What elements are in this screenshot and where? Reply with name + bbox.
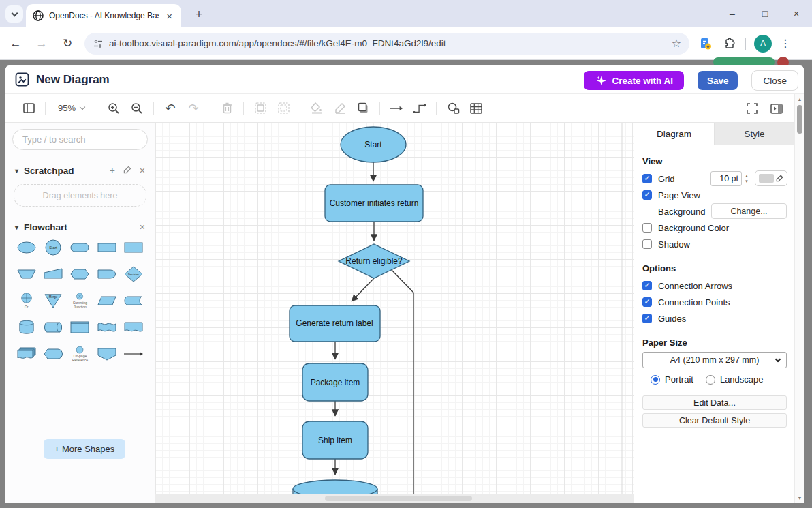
forward-button[interactable]: →: [31, 33, 52, 54]
maximize-button[interactable]: □: [755, 4, 775, 23]
site-info-icon[interactable]: [93, 38, 104, 49]
scroll-down-arrow[interactable]: ▼: [795, 493, 804, 503]
url-text[interactable]: ai-toolbox.visual-paradigm.com/app/opend…: [109, 38, 666, 48]
tab-search-button[interactable]: [5, 5, 23, 23]
line-color-icon[interactable]: [333, 102, 347, 115]
scratchpad-dropzone[interactable]: Drag elements here: [14, 184, 146, 207]
scratchpad-close-icon[interactable]: ×: [140, 165, 145, 176]
grid-color-button[interactable]: [755, 170, 787, 186]
docs-extension-icon[interactable]: [699, 37, 713, 50]
paper-size-select[interactable]: A4 (210 mm x 297 mm): [642, 352, 787, 368]
to-back-icon[interactable]: [277, 102, 290, 115]
palette-shape-summing-junction[interactable]: Summing Junction: [69, 293, 91, 309]
tab-style[interactable]: Style: [715, 123, 794, 145]
more-shapes-button[interactable]: + More Shapes: [44, 439, 125, 459]
browser-tab[interactable]: OpenDocs - AI Knowledge Base ×: [26, 4, 181, 27]
palette-shape-database[interactable]: [15, 319, 37, 335]
toggle-format-panel-icon[interactable]: [770, 102, 783, 115]
palette-shape-off-page-link[interactable]: [95, 346, 118, 362]
tab-close-icon[interactable]: ×: [164, 10, 174, 22]
toggle-sidebar-icon[interactable]: [22, 102, 35, 115]
shadow-icon[interactable]: [356, 102, 370, 115]
palette-shape-paper-tape[interactable]: [95, 319, 118, 335]
node-database[interactable]: [293, 480, 377, 494]
redo-icon[interactable]: ↷: [187, 102, 200, 115]
connection-arrow-icon[interactable]: [390, 102, 403, 115]
insert-table-icon[interactable]: [469, 102, 483, 115]
profile-avatar[interactable]: A: [754, 35, 772, 53]
window-vertical-scrollbar[interactable]: ▲ ▼: [794, 94, 804, 503]
palette-shape-multiple-documents[interactable]: [15, 346, 37, 362]
palette-shape-predefined-process[interactable]: [123, 239, 145, 256]
palette-shape-data[interactable]: [95, 293, 118, 309]
scrollbar-thumb[interactable]: [797, 105, 802, 134]
canvas-horizontal-scrollbar[interactable]: [155, 494, 634, 503]
palette-shape-decision[interactable]: Decision: [123, 266, 145, 282]
palette-shape-manual-operation[interactable]: [15, 266, 37, 282]
palette-shape-start-ellipse[interactable]: [15, 239, 37, 256]
minimize-button[interactable]: –: [722, 4, 743, 23]
palette-shape-document[interactable]: [123, 319, 145, 335]
palette-shape-or[interactable]: Or: [15, 293, 37, 309]
guides-checkbox[interactable]: [642, 314, 652, 323]
insert-shape-icon[interactable]: [446, 102, 460, 115]
landscape-radio[interactable]: Landscape: [706, 374, 764, 385]
edge-eligible-generate[interactable]: [352, 278, 374, 301]
page-view-checkbox[interactable]: [642, 190, 652, 200]
search-input[interactable]: [22, 134, 138, 145]
connection-points-checkbox[interactable]: [642, 297, 652, 307]
waypoint-connector-icon[interactable]: [413, 102, 426, 115]
diagram-canvas[interactable]: Start Customer initiates return Return e…: [155, 123, 634, 503]
back-button[interactable]: ←: [5, 33, 26, 54]
scratchpad-edit-icon[interactable]: [123, 165, 131, 176]
palette-shape-connector-arrow[interactable]: [123, 346, 145, 362]
fill-color-icon[interactable]: [310, 102, 324, 115]
scratchpad-header[interactable]: ▾ Scratchpad + ×: [15, 165, 145, 176]
reload-button[interactable]: ↻: [57, 33, 78, 54]
palette-shape-terminator[interactable]: [69, 239, 91, 256]
undo-icon[interactable]: ↶: [163, 102, 177, 115]
palette-shape-delay[interactable]: [95, 266, 118, 282]
extensions-puzzle-icon[interactable]: [722, 37, 736, 50]
palette-shape-preparation[interactable]: [69, 266, 91, 282]
palette-shape-merge[interactable]: Merge: [42, 293, 64, 309]
to-front-icon[interactable]: [253, 102, 267, 115]
browser-menu-icon[interactable]: ⋮: [780, 37, 791, 50]
connection-arrows-checkbox[interactable]: [642, 281, 652, 290]
palette-shape-direct-data[interactable]: [42, 319, 64, 335]
grid-size-input[interactable]: [710, 171, 742, 186]
palette-shape-internal-storage[interactable]: [69, 319, 91, 335]
shape-search[interactable]: [12, 129, 148, 150]
new-tab-button[interactable]: +: [191, 7, 207, 23]
flowchart-header[interactable]: ▾ Flowchart ×: [15, 222, 145, 233]
zoom-in-icon[interactable]: [107, 102, 121, 115]
create-with-ai-button[interactable]: Create with AI: [584, 71, 684, 90]
bookmark-star-icon[interactable]: ☆: [672, 37, 681, 50]
flowchart-close-icon[interactable]: ×: [140, 222, 145, 233]
save-button[interactable]: Save: [698, 71, 738, 90]
shadow-checkbox[interactable]: [642, 239, 652, 249]
palette-shape-manual-input[interactable]: [42, 266, 64, 282]
close-button[interactable]: Close: [751, 70, 798, 91]
portrait-radio[interactable]: Portrait: [651, 374, 693, 385]
edge-eligible-branch[interactable]: [391, 269, 413, 494]
palette-shape-start-circle[interactable]: Start: [42, 239, 64, 256]
change-background-button[interactable]: Change...: [711, 203, 787, 219]
fullscreen-icon[interactable]: [745, 102, 759, 115]
palette-shape-on-page-reference[interactable]: On-page Reference: [69, 346, 91, 362]
grid-checkbox[interactable]: [642, 174, 652, 183]
zoom-out-icon[interactable]: [130, 102, 144, 115]
delete-icon[interactable]: [220, 102, 234, 115]
palette-shape-process[interactable]: [95, 239, 118, 256]
window-close-button[interactable]: ×: [786, 4, 807, 23]
zoom-dropdown[interactable]: 95%: [55, 103, 87, 113]
background-color-checkbox[interactable]: [642, 223, 652, 233]
scrollbar-thumb[interactable]: [325, 496, 472, 501]
url-bar[interactable]: ai-toolbox.visual-paradigm.com/app/opend…: [84, 33, 689, 55]
scroll-up-arrow[interactable]: ▲: [795, 94, 804, 104]
clear-default-style-button[interactable]: Clear Default Style: [642, 413, 787, 428]
palette-shape-stored-data[interactable]: [123, 293, 145, 309]
edit-data-button[interactable]: Edit Data...: [642, 395, 787, 410]
scratchpad-add-icon[interactable]: +: [110, 165, 115, 176]
grid-size-stepper[interactable]: ▲▼: [743, 171, 751, 186]
